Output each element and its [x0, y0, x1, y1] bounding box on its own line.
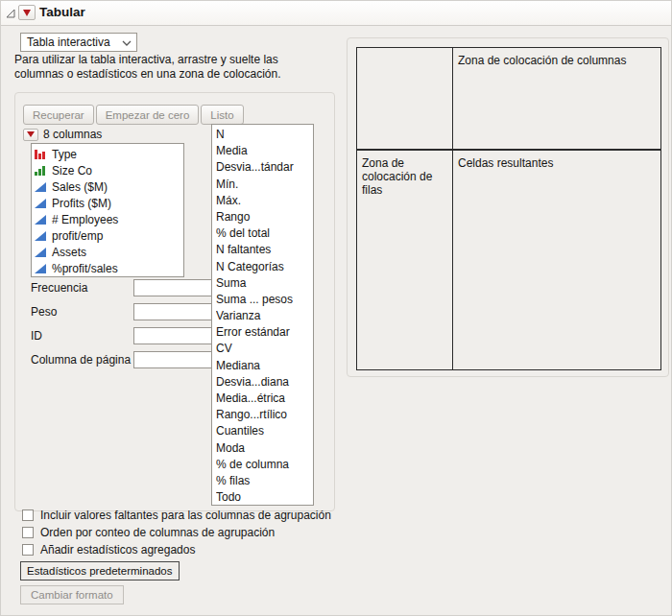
instructions-text: Para utilizar la tabla interactiva, arra… [14, 53, 281, 82]
column-name: profit/emp [52, 229, 103, 243]
role-field-label: ID [31, 329, 133, 343]
column-name: Assets [52, 246, 86, 259]
control-panel: Recuperar Empezar de cero Listo 8 column… [14, 92, 335, 511]
checkbox[interactable] [22, 509, 34, 521]
instructions-line-2: columnas o estadísticos en una zona de c… [14, 67, 281, 82]
statistic-item[interactable]: % filas [216, 473, 313, 489]
statistic-item[interactable]: Varianza [216, 308, 313, 324]
checkbox-row: Incluir valores faltantes para las colum… [22, 509, 331, 521]
red-triangle-icon [27, 131, 35, 137]
tabulate-window: Tabular Tabla interactiva Para utilizar … [0, 0, 672, 616]
role-field-input[interactable] [133, 279, 223, 296]
statistic-item[interactable]: Desvia...tándar [216, 159, 313, 176]
column-name: Sales ($M) [52, 180, 108, 194]
panel-button-row: Recuperar Empezar de cero Listo [23, 105, 244, 125]
statistic-item[interactable]: Suma ... pesos [216, 292, 313, 308]
role-field-label: Peso [31, 305, 133, 319]
statistic-item[interactable]: Rango...rtílico [216, 407, 313, 423]
statistic-item[interactable]: Desvia...diana [216, 374, 313, 391]
statistic-item[interactable]: CV [216, 341, 313, 357]
column-list-item[interactable]: %profit/sales [32, 260, 183, 276]
disclosure-triangle-icon[interactable] [5, 8, 16, 19]
statistic-item[interactable]: Todo [216, 489, 313, 506]
statistic-item[interactable]: % del total [216, 225, 313, 242]
role-field-label: Frecuencia [31, 281, 133, 295]
role-field-row: Peso [31, 303, 238, 320]
columns-title-row: 8 columnas [23, 128, 102, 141]
statistic-item[interactable]: Cuantiles [216, 423, 313, 439]
panel-button[interactable]: Recuperar [23, 105, 94, 125]
change-format-button[interactable]: Cambiar formato [20, 585, 124, 604]
mode-select[interactable]: Tabla interactiva [20, 33, 137, 52]
column-name: Size Co [52, 164, 92, 178]
drop-zone-columns[interactable]: Zona de colocación de columnas [453, 48, 660, 151]
default-statistics-button[interactable]: Estadísticos predeterminados [20, 561, 180, 580]
panel-button[interactable]: Empezar de cero [96, 105, 200, 125]
column-modeling-type-icon [35, 230, 47, 241]
statistic-item[interactable]: Media...étrica [216, 391, 313, 407]
checkbox-label: Añadir estadísticos agregados [40, 543, 195, 557]
statistics-list: N Media Desvia...tándar Mín. Máx. Rango … [211, 124, 314, 506]
role-field-label: Columna de página [31, 353, 133, 367]
column-list-item[interactable]: Sales ($M) [32, 178, 183, 195]
panel-header: Tabular [1, 1, 671, 26]
panel-button[interactable]: Listo [201, 105, 243, 125]
column-list-item[interactable]: profit/emp [32, 227, 183, 244]
instructions-line-1: Para utilizar la tabla interactiva, arra… [14, 53, 281, 67]
red-triangle-icon [23, 10, 31, 16]
statistic-item[interactable]: N [216, 127, 313, 143]
red-triangle-menu-button[interactable] [18, 5, 36, 20]
checkbox[interactable] [22, 527, 34, 538]
statistic-item[interactable]: % de columna [216, 457, 313, 473]
role-field-row: ID [31, 327, 238, 344]
options-checkboxes: Incluir valores faltantes para las colum… [22, 509, 331, 560]
columns-list: Type Size Co Sales ($M) Profits ($M) [31, 143, 184, 277]
column-list-item[interactable]: Type [32, 146, 183, 162]
statistic-item[interactable]: Suma [216, 275, 313, 292]
column-name: %profit/sales [52, 262, 118, 275]
drop-zone-cells[interactable]: Celdas resultantes [453, 151, 660, 369]
column-list-item[interactable]: Size Co [32, 162, 183, 178]
column-modeling-type-icon [35, 214, 47, 225]
statistic-item[interactable]: N faltantes [216, 242, 313, 258]
column-name: Profits ($M) [52, 197, 111, 210]
role-field-input[interactable] [133, 351, 223, 368]
statistic-item[interactable]: Mín. [216, 177, 313, 193]
role-field-row: Columna de página [31, 351, 238, 368]
drop-zone-corner[interactable] [357, 48, 453, 151]
checkbox-label: Orden por conteo de columnas de agrupaci… [40, 526, 275, 539]
drop-zone-container: Zona de colocación de columnas Zona de c… [347, 37, 669, 377]
chevron-down-icon [122, 40, 132, 47]
role-fields: Frecuencia Peso ID Columna de página [31, 279, 238, 375]
drop-zone-rows[interactable]: Zona de colocación de filas [357, 151, 453, 369]
checkbox-row: Orden por conteo de columnas de agrupaci… [22, 526, 331, 538]
column-name: Type [52, 148, 77, 161]
column-name: # Employees [52, 213, 118, 226]
statistic-item[interactable]: Error estándar [216, 324, 313, 341]
statistic-item[interactable]: Máx. [216, 193, 313, 209]
mode-select-value: Tabla interactiva [27, 36, 110, 49]
page-title: Tabular [39, 5, 85, 19]
column-modeling-type-icon [35, 149, 47, 159]
statistic-item[interactable]: Media [216, 143, 313, 159]
statistic-item[interactable]: Moda [216, 440, 313, 457]
statistic-item[interactable]: N Categorías [216, 259, 313, 275]
column-list-item[interactable]: Assets [32, 244, 183, 260]
column-list-item[interactable]: Profits ($M) [32, 195, 183, 211]
role-field-row: Frecuencia [31, 279, 238, 296]
column-modeling-type-icon [35, 247, 47, 257]
columns-red-triangle-button[interactable] [23, 129, 38, 141]
column-list-item[interactable]: # Employees [32, 211, 183, 227]
checkbox-label: Incluir valores faltantes para las colum… [40, 509, 331, 522]
columns-count-label: 8 columnas [43, 128, 102, 141]
role-field-input[interactable] [133, 327, 223, 344]
statistic-item[interactable]: Mediana [216, 358, 313, 374]
statistic-item[interactable]: Rango [216, 209, 313, 225]
column-modeling-type-icon [35, 198, 47, 208]
role-field-input[interactable] [133, 303, 223, 320]
column-modeling-type-icon [35, 165, 47, 176]
drop-zone-table: Zona de colocación de columnas Zona de c… [356, 47, 661, 370]
checkbox[interactable] [22, 544, 34, 556]
column-modeling-type-icon [35, 181, 47, 192]
column-modeling-type-icon [35, 263, 47, 273]
